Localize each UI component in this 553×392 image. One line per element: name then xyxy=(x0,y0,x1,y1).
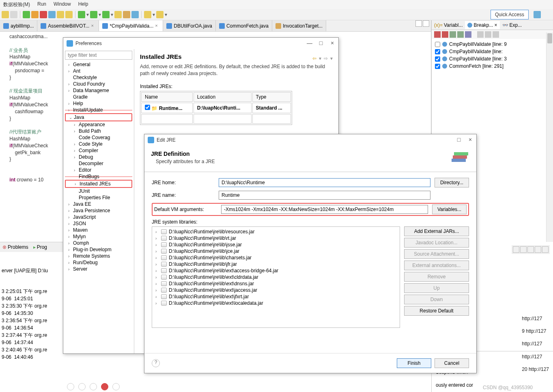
up-button[interactable]: Up xyxy=(404,283,469,293)
tree-item[interactable]: ›Cloud Foundry xyxy=(65,81,132,87)
progress-tab[interactable]: ▸Prog xyxy=(31,242,49,252)
twisty-icon[interactable]: › xyxy=(155,262,159,267)
menu-data-check[interactable]: 数据校验(M) xyxy=(3,1,30,8)
lib-item[interactable]: ›D:\luapNcc\Runtime\jre\lib\ext\jaccess.… xyxy=(154,287,398,293)
tree-item[interactable]: ›Plug-in Developm xyxy=(65,246,132,253)
lib-item[interactable]: ›D:\luapNcc\Runtime\jre\lib\ext\localeda… xyxy=(154,300,398,306)
menu-icon[interactable] xyxy=(493,31,499,38)
lib-item[interactable]: ›D:\luapNcc\Runtime\jre\lib\resources.ja… xyxy=(154,228,398,235)
console-display-icon[interactable] xyxy=(542,246,549,253)
lib-item[interactable]: ›D:\luapNcc\Runtime\jre\lib\ext\cldrdata… xyxy=(154,274,398,280)
tree-item[interactable]: ›Install/Update xyxy=(65,107,132,113)
maximize-icon[interactable]: □ xyxy=(318,41,324,46)
twisty-icon[interactable]: › xyxy=(74,129,77,134)
console-pin-icon[interactable] xyxy=(520,246,527,253)
remove-all-icon[interactable] xyxy=(442,31,448,38)
twisty-icon[interactable]: › xyxy=(68,267,72,271)
debug-icon[interactable] xyxy=(90,11,97,18)
twisty-icon[interactable]: › xyxy=(74,149,77,153)
twisty-icon[interactable]: › xyxy=(68,248,72,252)
tree-item[interactable]: ›Ant xyxy=(65,68,132,74)
variables-button[interactable]: Variables... xyxy=(432,205,467,214)
tree-item[interactable]: Gradle xyxy=(65,94,132,100)
twisty-icon[interactable]: › xyxy=(155,288,159,293)
twisty-icon[interactable]: › xyxy=(75,182,78,186)
twisty-icon[interactable]: › xyxy=(68,254,72,258)
tree-item[interactable]: ›Help xyxy=(65,100,132,107)
directory-button[interactable]: Directory... xyxy=(435,178,469,187)
expand-icon[interactable] xyxy=(465,31,471,38)
editor-tab[interactable]: DBUtilForOA.java xyxy=(163,20,216,31)
tree-item[interactable]: ›Data Manageme xyxy=(65,87,132,94)
breakpoint-item[interactable]: CmpPaybillValidate [line: 9 xyxy=(433,41,551,48)
tree-item[interactable]: ›Debug xyxy=(65,154,132,160)
twisty-icon[interactable]: › xyxy=(155,243,159,247)
source-attachment-button[interactable]: Source Attachment... xyxy=(404,249,469,259)
console-clear-icon[interactable] xyxy=(513,246,519,253)
tree-item[interactable]: ›JavaScript xyxy=(65,214,132,220)
editor-tab[interactable]: InvocationTarget... xyxy=(272,20,326,31)
twisty-icon[interactable]: › xyxy=(68,82,72,86)
jre-table[interactable]: NameLocationType 📁 Runtime... D:\luapNcc… xyxy=(140,91,292,125)
new-icon[interactable] xyxy=(114,11,122,18)
close-icon[interactable]: × xyxy=(155,24,159,28)
tree-item[interactable]: ›Editor xyxy=(65,167,132,173)
refresh-icon[interactable] xyxy=(67,383,74,390)
tree-item[interactable]: ›Java Persistence xyxy=(65,207,132,214)
disconnect-icon[interactable] xyxy=(48,11,56,18)
record-icon[interactable] xyxy=(101,383,108,390)
tree-item[interactable]: ›Mylyn xyxy=(65,233,132,240)
lib-item[interactable]: ›D:\luapNcc\Runtime\jre\lib\ext\dnsns.ja… xyxy=(154,280,398,287)
lightbulb-icon[interactable] xyxy=(112,383,120,390)
tree-item[interactable]: ›Code Style xyxy=(65,141,132,147)
menu-run[interactable]: Run xyxy=(37,1,46,8)
step-over-icon[interactable] xyxy=(65,11,73,18)
cancel-button[interactable]: Cancel xyxy=(435,358,469,368)
twisty-icon[interactable]: › xyxy=(68,209,72,213)
twisty-icon[interactable]: › xyxy=(68,235,72,239)
finish-button[interactable]: Finish xyxy=(397,358,431,368)
variables-tab[interactable]: (x)=Variabl... xyxy=(432,21,465,29)
twisty-icon[interactable]: › xyxy=(68,69,72,73)
twisty-icon[interactable]: › xyxy=(68,261,72,265)
breakpoint-checkbox[interactable] xyxy=(435,56,440,62)
export-icon[interactable] xyxy=(78,383,86,390)
lib-item[interactable]: ›D:\luapNcc\Runtime\jre\lib\ext\jfxrt.ja… xyxy=(154,293,398,300)
twisty-icon[interactable]: › xyxy=(68,215,72,220)
add-external-jars-button[interactable]: Add External JARs... xyxy=(404,226,469,236)
jre-name-input[interactable] xyxy=(219,191,430,200)
maximize-icon[interactable] xyxy=(423,20,429,27)
dialog-titlebar[interactable]: Preferences — □ × xyxy=(63,38,338,49)
forward-icon[interactable]: ⇨ xyxy=(324,56,328,61)
tree-item[interactable]: ›Maven xyxy=(65,227,132,233)
link-icon[interactable] xyxy=(485,31,491,38)
console-wrap-icon[interactable] xyxy=(535,246,541,253)
lib-item[interactable]: ›D:\luapNcc\Runtime\jre\lib\charsets.jar xyxy=(154,254,398,261)
collapse-icon[interactable] xyxy=(477,31,484,38)
breakpoint-item[interactable]: CmpPaybillValidate [line: 3 xyxy=(433,55,551,62)
tree-item[interactable]: JUnit xyxy=(65,188,132,194)
back-icon[interactable] xyxy=(144,11,151,18)
minimize-icon[interactable]: — xyxy=(307,41,312,46)
forward-icon[interactable] xyxy=(156,11,164,18)
lib-item[interactable]: ›D:\luapNcc\Runtime\jre\lib\ext\access-b… xyxy=(154,267,398,274)
twisty-icon[interactable]: › xyxy=(74,142,77,146)
javadoc-button[interactable]: Javadoc Location... xyxy=(404,238,469,248)
menu-help[interactable]: Help xyxy=(78,1,88,8)
tree-item[interactable]: ›Oomph xyxy=(65,240,132,246)
twisty-icon[interactable]: › xyxy=(155,269,159,273)
tree-item[interactable]: ⌄Java xyxy=(65,113,132,121)
tree-item[interactable]: ›Appearance xyxy=(65,121,132,128)
restore-default-button[interactable]: Restore Default xyxy=(404,306,469,316)
external-annotations-button[interactable]: External annotations... xyxy=(404,261,469,270)
breakpoint-checkbox[interactable] xyxy=(435,42,440,47)
twisty-icon[interactable]: › xyxy=(68,88,72,93)
lib-item[interactable]: ›D:\luapNcc\Runtime\jre\lib\jfr.jar xyxy=(154,261,398,267)
tree-item[interactable]: ›Compiler xyxy=(65,147,132,154)
tree-item[interactable]: ›Java EE xyxy=(65,201,132,207)
tree-item[interactable]: Decompiler xyxy=(65,160,132,167)
close-icon[interactable]: × xyxy=(495,22,497,28)
editor-tab[interactable]: AssembleBillVOT...× xyxy=(37,20,99,31)
close-icon[interactable]: × xyxy=(329,41,335,46)
twisty-icon[interactable]: ⌄ xyxy=(69,115,73,120)
